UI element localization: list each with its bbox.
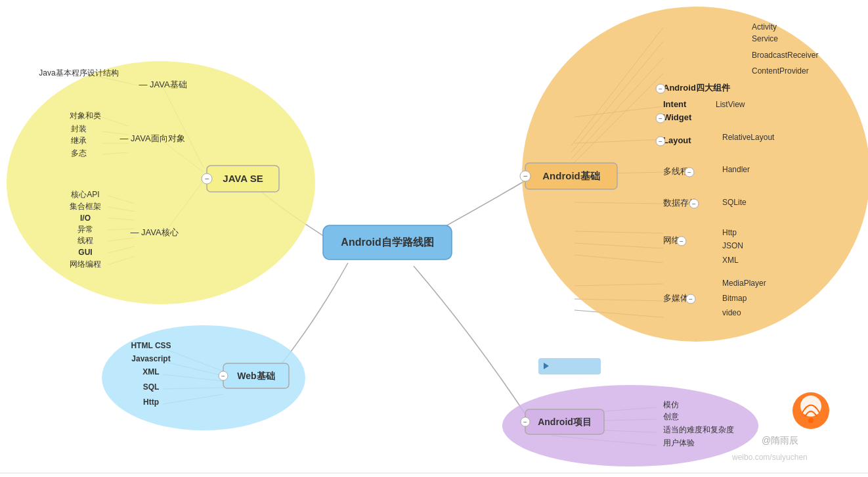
- java-core-label: — JAVA核心: [130, 227, 178, 237]
- network-json: JSON: [722, 241, 743, 250]
- android-basic-node: Android基础 − Android四大组件 − Activity Servi…: [520, 7, 868, 342]
- java-core-4: 异常: [77, 225, 93, 234]
- comp-content: ContentProvider: [752, 66, 809, 76]
- web-item-2: Javascript: [131, 354, 170, 363]
- java-oop-3: 继承: [71, 136, 87, 145]
- proj-item-2: 创意: [663, 412, 679, 421]
- java-core-2: 集合框架: [70, 202, 101, 211]
- watermark-url: weibo.com/suiyuchen: [731, 453, 808, 462]
- java-se-minus: −: [204, 174, 209, 183]
- java-core-3: I/O: [80, 214, 91, 223]
- thread-handler: Handler: [722, 165, 750, 174]
- java-base-label: — JAVA基础: [139, 80, 186, 89]
- media-label: 多媒体: [663, 293, 689, 303]
- proj-item-3: 适当的难度和复杂度: [663, 425, 734, 434]
- svg-text:−: −: [680, 238, 684, 245]
- java-oop-2: 封装: [71, 124, 87, 133]
- java-oop-label: — JAVA面向对象: [119, 133, 184, 143]
- comp-service: Service: [752, 34, 778, 43]
- storage-sqlite: SQLite: [722, 198, 747, 207]
- center-label: Android自学路线图: [341, 237, 433, 248]
- android-4comp-label: Android四大组件: [663, 83, 731, 93]
- layout-relative: RelativeLayout: [722, 133, 775, 142]
- java-core-6: GUI: [78, 248, 92, 257]
- watermark-weibo: @隋雨辰: [762, 435, 798, 445]
- java-core-1: 核心API: [70, 190, 99, 199]
- network-xml: XML: [722, 256, 739, 265]
- android-basic-minus: −: [523, 171, 527, 181]
- web-item-4: SQL: [143, 382, 160, 392]
- weibo-dot: [808, 418, 814, 423]
- android-project-label: Android项目: [538, 417, 592, 427]
- web-basic-label: Web基础: [237, 371, 274, 381]
- java-oop-4: 多态: [71, 148, 87, 158]
- proj-item-1: 模仿: [663, 400, 679, 409]
- media-mediaplayer: MediaPlayer: [722, 279, 766, 288]
- web-item-3: XML: [142, 367, 159, 376]
- web-item-1: HTML CSS: [131, 341, 171, 350]
- mindmap: JAVA SE − — JAVA基础 Java基本程序设计结构 — JAVA面向…: [0, 0, 868, 477]
- java-core-7: 网络编程: [70, 260, 101, 269]
- comp-activity: Activity: [752, 22, 777, 32]
- svg-text:−: −: [692, 200, 696, 208]
- java-core-5: 线程: [77, 236, 93, 245]
- layout-label: Layout: [663, 135, 691, 145]
- svg-text:−: −: [659, 115, 662, 122]
- web-item-5: Http: [143, 398, 159, 407]
- java-base-item1: Java基本程序设计结构: [39, 68, 118, 78]
- svg-text:−: −: [523, 419, 527, 426]
- svg-text:−: −: [221, 373, 225, 380]
- media-video: video: [722, 308, 741, 317]
- intent-label: Intent: [663, 99, 687, 109]
- media-bitmap: Bitmap: [722, 294, 747, 303]
- comp-broadcast: BroadcastReceiver: [752, 51, 818, 60]
- svg-text:−: −: [687, 169, 691, 176]
- web-basic-node: Web基础 − HTML CSS Javascript XML SQL Http: [102, 325, 305, 430]
- widget-label: Widget: [663, 112, 692, 122]
- java-se-node: JAVA SE − — JAVA基础 Java基本程序设计结构 — JAVA面向…: [7, 61, 315, 304]
- proj-item-4: 用户体验: [663, 438, 695, 447]
- network-http: Http: [722, 228, 737, 237]
- center-node: Android自学路线图: [323, 225, 452, 260]
- weibo-inner: [800, 396, 821, 417]
- svg-text:−: −: [659, 85, 662, 93]
- java-se-label: JAVA SE: [223, 173, 263, 184]
- widget-listview: ListView: [716, 100, 745, 109]
- collapsed-node[interactable]: [538, 358, 601, 375]
- svg-text:−: −: [689, 296, 693, 303]
- android-basic-label: Android基础: [542, 170, 600, 181]
- java-oop-1: 对象和类: [70, 111, 101, 120]
- svg-text:−: −: [659, 138, 662, 145]
